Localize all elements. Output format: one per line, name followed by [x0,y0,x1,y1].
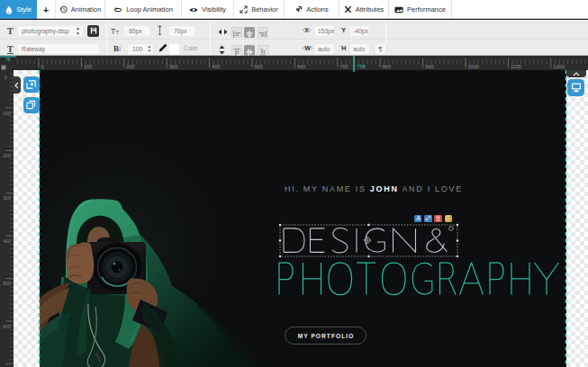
svg-text:1200: 1200 [553,64,564,69]
svg-text:100: 100 [3,111,11,116]
svg-text:200: 200 [126,64,134,69]
svg-text:800: 800 [383,64,391,69]
svg-text:78: 78 [5,58,11,62]
svg-text:738: 738 [357,64,366,69]
svg-text:300: 300 [169,64,177,69]
svg-text:0: 0 [5,75,7,80]
svg-text:0: 0 [41,64,44,69]
svg-text:900: 900 [425,64,433,69]
svg-text:1100: 1100 [511,64,521,69]
svg-text:500: 500 [255,64,263,69]
svg-text:100: 100 [84,64,92,69]
svg-text:500: 500 [3,281,11,286]
svg-text:200: 200 [3,153,11,158]
svg-text:400: 400 [3,238,11,244]
svg-text:600: 600 [297,64,305,69]
svg-text:700: 700 [339,64,348,69]
svg-text:1000: 1000 [468,64,479,69]
svg-text:600: 600 [3,324,11,329]
svg-text:400: 400 [212,64,220,69]
svg-text:300: 300 [3,195,11,201]
